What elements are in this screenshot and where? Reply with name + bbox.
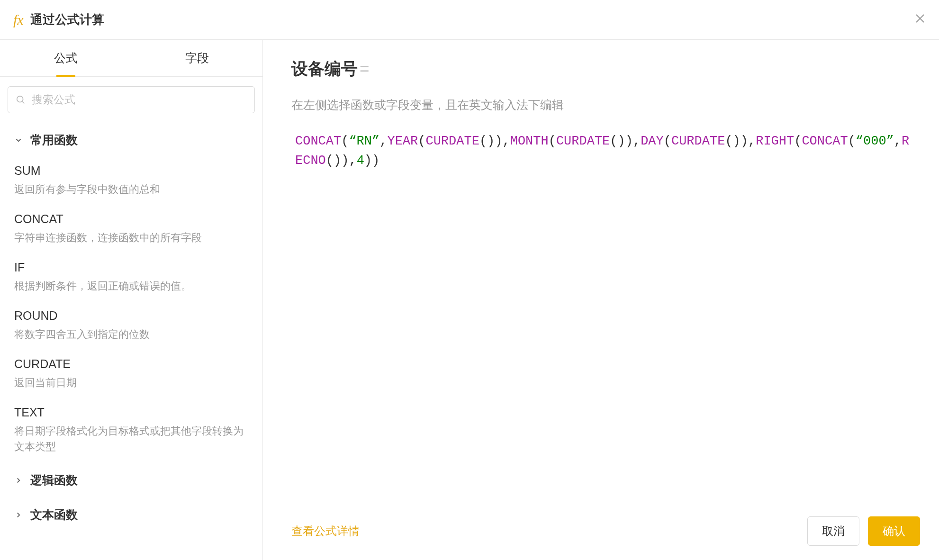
search-box[interactable]: [8, 86, 255, 113]
content-area: 设备编号= 在左侧选择函数或字段变量，且在英文输入法下编辑 CONCAT(“RN…: [263, 40, 939, 560]
confirm-button[interactable]: 确认: [868, 516, 920, 546]
main-area: 公式 字段 常用函数 SUM 返回所有参与字段中数值的总和: [0, 40, 939, 560]
formula-token-paren: (: [549, 134, 556, 148]
formula-token-comma: ,: [894, 134, 902, 148]
func-item-round[interactable]: ROUND 将数字四舍五入到指定的位数: [14, 302, 248, 351]
formula-token-fn: CURDATE: [556, 134, 610, 148]
category-text[interactable]: 文本函数: [14, 497, 248, 532]
formula-token-fn: DAY: [641, 134, 664, 148]
formula-token-paren: (: [341, 134, 349, 148]
formula-token-paren: ): [341, 154, 349, 168]
footer: 查看公式详情 取消 确认: [291, 516, 920, 546]
tab-formula[interactable]: 公式: [0, 40, 131, 76]
footer-buttons: 取消 确认: [807, 516, 920, 546]
func-item-sum[interactable]: SUM 返回所有参与字段中数值的总和: [14, 157, 248, 206]
func-item-if[interactable]: IF 根据判断条件，返回正确或错误的值。: [14, 254, 248, 302]
func-desc: 返回所有参与字段中数值的总和: [14, 181, 248, 197]
chevron-down-icon: [14, 136, 24, 145]
func-desc: 字符串连接函数，连接函数中的所有字段: [14, 230, 248, 245]
formula-editor[interactable]: CONCAT(“RN”,YEAR(CURDATE()),MONTH(CURDAT…: [291, 132, 911, 170]
chevron-right-icon: [14, 476, 24, 485]
func-desc: 返回当前日期: [14, 375, 248, 390]
func-name: IF: [14, 261, 248, 274]
formula-token-fn: MONTH: [510, 134, 549, 148]
formula-token-fn: CURDATE: [671, 134, 725, 148]
formula-token-str: “RN”: [349, 134, 379, 148]
formula-token-paren: (: [664, 134, 671, 148]
search-input[interactable]: [32, 93, 247, 106]
formula-token-fn: CONCAT: [802, 134, 848, 148]
dialog-header: fx 通过公式计算: [0, 0, 939, 40]
func-desc: 根据判断条件，返回正确或错误的值。: [14, 278, 248, 294]
formula-token-fn: CONCAT: [295, 134, 341, 148]
formula-token-comma: ,: [349, 154, 356, 168]
formula-token-comma: ,: [748, 134, 756, 148]
category-logic[interactable]: 逻辑函数: [14, 463, 248, 497]
svg-line-3: [22, 101, 25, 103]
func-desc: 将数字四舍五入到指定的位数: [14, 326, 248, 342]
formula-token-paren: (: [848, 134, 856, 148]
formula-token-paren: (): [326, 154, 341, 168]
search-wrap: [0, 77, 262, 123]
func-name: ROUND: [14, 309, 248, 323]
formula-token-paren: ): [495, 134, 502, 148]
chevron-right-icon: [14, 511, 24, 519]
formula-token-paren: ): [625, 134, 633, 148]
svg-point-2: [17, 96, 23, 102]
formula-token-paren: (): [725, 134, 740, 148]
category-label: 常用函数: [30, 132, 78, 148]
func-name: SUM: [14, 164, 248, 178]
fx-icon: fx: [13, 12, 24, 28]
formula-token-paren: (): [610, 134, 625, 148]
category-label: 文本函数: [30, 507, 78, 523]
header-left: fx 通过公式计算: [13, 11, 104, 28]
editor-hint: 在左侧选择函数或字段变量，且在英文输入法下编辑: [291, 97, 911, 113]
formula-token-paren: (: [418, 134, 425, 148]
tabs: 公式 字段: [0, 40, 262, 77]
formula-token-str: “000”: [856, 134, 894, 148]
formula-detail-link[interactable]: 查看公式详情: [291, 524, 360, 539]
tab-field[interactable]: 字段: [131, 40, 262, 76]
func-name: TEXT: [14, 406, 248, 419]
func-item-text[interactable]: TEXT 将日期字段格式化为目标格式或把其他字段转换为文本类型: [14, 399, 248, 463]
sidebar: 公式 字段 常用函数 SUM 返回所有参与字段中数值的总和: [0, 40, 263, 560]
formula-token-paren: ): [740, 134, 748, 148]
equals-sign: =: [360, 59, 369, 78]
formula-token-fn: YEAR: [387, 134, 418, 148]
formula-token-comma: ,: [502, 134, 510, 148]
formula-token-paren: (): [479, 134, 495, 148]
formula-token-paren: ): [364, 154, 372, 168]
func-item-curdate[interactable]: CURDATE 返回当前日期: [14, 351, 248, 399]
formula-token-comma: ,: [633, 134, 641, 148]
formula-token-num: 4: [357, 154, 364, 168]
field-title: 设备编号=: [291, 58, 911, 80]
field-name: 设备编号: [291, 59, 358, 78]
category-common[interactable]: 常用函数: [14, 123, 248, 157]
dialog-title: 通过公式计算: [30, 11, 104, 28]
formula-token-paren: (: [794, 134, 802, 148]
formula-token-comma: ,: [379, 134, 387, 148]
func-item-concat[interactable]: CONCAT 字符串连接函数，连接函数中的所有字段: [14, 206, 248, 254]
formula-token-fn: CURDATE: [425, 134, 479, 148]
search-icon: [16, 95, 26, 105]
func-desc: 将日期字段格式化为目标格式或把其他字段转换为文本类型: [14, 423, 248, 454]
formula-token-fn: RIGHT: [756, 134, 794, 148]
formula-token-paren: ): [372, 154, 379, 168]
func-name: CONCAT: [14, 212, 248, 226]
category-label: 逻辑函数: [30, 472, 78, 488]
close-icon[interactable]: [914, 13, 926, 27]
cancel-button[interactable]: 取消: [807, 516, 859, 546]
func-name: CURDATE: [14, 357, 248, 371]
function-list: 常用函数 SUM 返回所有参与字段中数值的总和 CONCAT 字符串连接函数，连…: [0, 123, 262, 560]
